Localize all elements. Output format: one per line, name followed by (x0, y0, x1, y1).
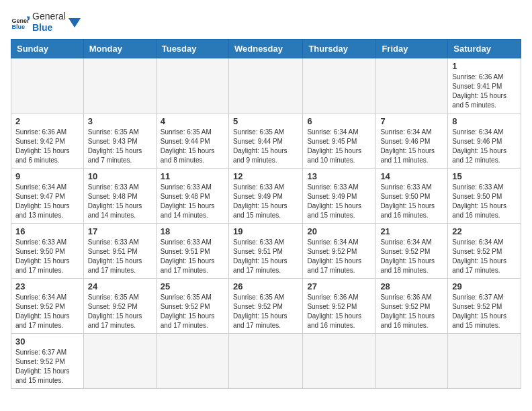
calendar-cell: 25Sunrise: 6:35 AM Sunset: 9:52 PM Dayli… (156, 278, 228, 333)
day-number: 21 (380, 226, 443, 236)
week-row-5: 30Sunrise: 6:37 AM Sunset: 9:52 PM Dayli… (11, 333, 521, 388)
calendar-cell: 21Sunrise: 6:34 AM Sunset: 9:52 PM Dayli… (376, 223, 448, 278)
day-info: Sunrise: 6:36 AM Sunset: 9:52 PM Dayligh… (380, 293, 443, 330)
calendar-cell (156, 333, 228, 388)
day-number: 10 (88, 171, 152, 181)
day-number: 15 (452, 171, 517, 181)
day-number: 12 (233, 171, 298, 181)
calendar-cell: 5Sunrise: 6:35 AM Sunset: 9:44 PM Daylig… (228, 113, 302, 168)
calendar-cell: 4Sunrise: 6:35 AM Sunset: 9:44 PM Daylig… (156, 113, 228, 168)
calendar-cell (11, 58, 84, 113)
calendar-cell: 8Sunrise: 6:34 AM Sunset: 9:46 PM Daylig… (448, 113, 521, 168)
day-number: 2 (15, 116, 79, 126)
weekday-header-thursday: Thursday (303, 39, 376, 58)
calendar-cell: 26Sunrise: 6:35 AM Sunset: 9:52 PM Dayli… (228, 278, 302, 333)
day-info: Sunrise: 6:33 AM Sunset: 9:50 PM Dayligh… (15, 238, 79, 275)
day-info: Sunrise: 6:33 AM Sunset: 9:49 PM Dayligh… (233, 183, 298, 220)
day-info: Sunrise: 6:34 AM Sunset: 9:45 PM Dayligh… (307, 128, 371, 165)
calendar-cell: 6Sunrise: 6:34 AM Sunset: 9:45 PM Daylig… (303, 113, 376, 168)
week-row-3: 16Sunrise: 6:33 AM Sunset: 9:50 PM Dayli… (11, 223, 521, 278)
day-number: 18 (161, 226, 224, 236)
day-number: 30 (15, 336, 79, 347)
logo-blue-text: Blue (32, 22, 66, 34)
calendar-cell: 11Sunrise: 6:33 AM Sunset: 9:48 PM Dayli… (156, 168, 228, 223)
svg-marker-3 (69, 18, 81, 28)
day-number: 25 (161, 281, 224, 291)
day-number: 23 (15, 281, 79, 291)
calendar-cell (303, 58, 376, 113)
day-info: Sunrise: 6:35 AM Sunset: 9:44 PM Dayligh… (161, 128, 224, 165)
day-info: Sunrise: 6:34 AM Sunset: 9:47 PM Dayligh… (15, 183, 79, 220)
day-info: Sunrise: 6:37 AM Sunset: 9:52 PM Dayligh… (15, 348, 79, 385)
calendar-cell (448, 333, 521, 388)
day-info: Sunrise: 6:34 AM Sunset: 9:46 PM Dayligh… (380, 128, 443, 165)
calendar-cell (376, 333, 448, 388)
calendar-cell (228, 58, 302, 113)
calendar-cell: 22Sunrise: 6:34 AM Sunset: 9:52 PM Dayli… (448, 223, 521, 278)
calendar-cell: 7Sunrise: 6:34 AM Sunset: 9:46 PM Daylig… (376, 113, 448, 168)
day-number: 28 (380, 281, 443, 291)
day-info: Sunrise: 6:35 AM Sunset: 9:52 PM Dayligh… (88, 293, 152, 330)
day-info: Sunrise: 6:33 AM Sunset: 9:48 PM Dayligh… (161, 183, 224, 220)
day-info: Sunrise: 6:33 AM Sunset: 9:50 PM Dayligh… (380, 183, 443, 220)
day-number: 13 (307, 171, 371, 181)
week-row-0: 1Sunrise: 6:36 AM Sunset: 9:41 PM Daylig… (11, 58, 521, 113)
day-info: Sunrise: 6:36 AM Sunset: 9:42 PM Dayligh… (15, 128, 79, 165)
weekday-header-saturday: Saturday (448, 39, 521, 58)
calendar-cell: 20Sunrise: 6:34 AM Sunset: 9:52 PM Dayli… (303, 223, 376, 278)
day-number: 20 (307, 226, 371, 236)
day-number: 29 (452, 281, 517, 291)
weekday-header-wednesday: Wednesday (228, 39, 302, 58)
day-number: 8 (452, 116, 517, 126)
calendar-cell: 18Sunrise: 6:33 AM Sunset: 9:51 PM Dayli… (156, 223, 228, 278)
day-number: 11 (161, 171, 224, 181)
calendar-cell: 23Sunrise: 6:34 AM Sunset: 9:52 PM Dayli… (11, 278, 84, 333)
day-info: Sunrise: 6:35 AM Sunset: 9:44 PM Dayligh… (233, 128, 298, 165)
day-info: Sunrise: 6:36 AM Sunset: 9:52 PM Dayligh… (307, 293, 371, 330)
calendar-cell: 30Sunrise: 6:37 AM Sunset: 9:52 PM Dayli… (11, 333, 84, 388)
calendar-cell (303, 333, 376, 388)
week-row-2: 9Sunrise: 6:34 AM Sunset: 9:47 PM Daylig… (11, 168, 521, 223)
day-info: Sunrise: 6:33 AM Sunset: 9:48 PM Dayligh… (88, 183, 152, 220)
weekday-header-row: SundayMondayTuesdayWednesdayThursdayFrid… (11, 39, 521, 58)
day-info: Sunrise: 6:33 AM Sunset: 9:51 PM Dayligh… (88, 238, 152, 275)
day-info: Sunrise: 6:34 AM Sunset: 9:52 PM Dayligh… (307, 238, 371, 275)
day-number: 4 (161, 116, 224, 126)
weekday-header-monday: Monday (83, 39, 156, 58)
calendar: SundayMondayTuesdayWednesdayThursdayFrid… (11, 39, 521, 389)
calendar-cell: 15Sunrise: 6:33 AM Sunset: 9:50 PM Dayli… (448, 168, 521, 223)
calendar-cell: 16Sunrise: 6:33 AM Sunset: 9:50 PM Dayli… (11, 223, 84, 278)
calendar-cell: 19Sunrise: 6:33 AM Sunset: 9:51 PM Dayli… (228, 223, 302, 278)
logo-general-text: General (32, 11, 66, 22)
day-info: Sunrise: 6:33 AM Sunset: 9:49 PM Dayligh… (307, 183, 371, 220)
day-number: 5 (233, 116, 298, 126)
day-number: 9 (15, 171, 79, 181)
day-info: Sunrise: 6:34 AM Sunset: 9:46 PM Dayligh… (452, 128, 517, 165)
day-number: 24 (88, 281, 152, 291)
calendar-cell: 10Sunrise: 6:33 AM Sunset: 9:48 PM Dayli… (83, 168, 156, 223)
calendar-cell: 12Sunrise: 6:33 AM Sunset: 9:49 PM Dayli… (228, 168, 302, 223)
calendar-cell: 3Sunrise: 6:35 AM Sunset: 9:43 PM Daylig… (83, 113, 156, 168)
calendar-cell: 9Sunrise: 6:34 AM Sunset: 9:47 PM Daylig… (11, 168, 84, 223)
day-number: 1 (452, 61, 517, 71)
calendar-cell: 14Sunrise: 6:33 AM Sunset: 9:50 PM Dayli… (376, 168, 448, 223)
calendar-cell (156, 58, 228, 113)
svg-text:Blue: Blue (11, 24, 25, 30)
day-info: Sunrise: 6:33 AM Sunset: 9:50 PM Dayligh… (452, 183, 517, 220)
day-info: Sunrise: 6:34 AM Sunset: 9:52 PM Dayligh… (380, 238, 443, 275)
day-info: Sunrise: 6:36 AM Sunset: 9:41 PM Dayligh… (452, 73, 517, 110)
day-number: 22 (452, 226, 517, 236)
day-info: Sunrise: 6:33 AM Sunset: 9:51 PM Dayligh… (161, 238, 224, 275)
day-info: Sunrise: 6:37 AM Sunset: 9:52 PM Dayligh… (452, 293, 517, 330)
calendar-cell: 27Sunrise: 6:36 AM Sunset: 9:52 PM Dayli… (303, 278, 376, 333)
calendar-cell (83, 333, 156, 388)
logo-triangle-icon (69, 15, 82, 29)
day-number: 17 (88, 226, 152, 236)
week-row-1: 2Sunrise: 6:36 AM Sunset: 9:42 PM Daylig… (11, 113, 521, 168)
day-number: 14 (380, 171, 443, 181)
calendar-cell: 13Sunrise: 6:33 AM Sunset: 9:49 PM Dayli… (303, 168, 376, 223)
day-number: 16 (15, 226, 79, 236)
calendar-cell (376, 58, 448, 113)
calendar-cell (83, 58, 156, 113)
logo-icon: General Blue (11, 13, 30, 32)
